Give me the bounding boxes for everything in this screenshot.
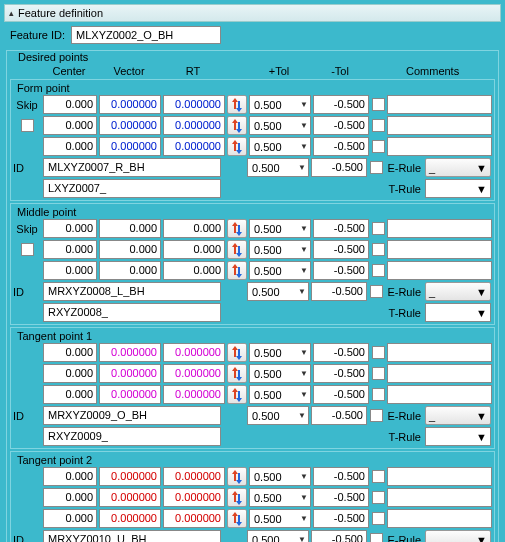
row-checkbox[interactable]	[372, 264, 385, 277]
arrows-icon[interactable]	[227, 261, 247, 280]
minus-tol-input[interactable]: -0.500	[313, 364, 369, 383]
rt-input[interactable]: 0.000000	[163, 116, 225, 135]
vector-input[interactable]: 0.000000	[99, 488, 161, 507]
rt-input[interactable]: 0.000000	[163, 364, 225, 383]
comment-input[interactable]	[387, 343, 492, 362]
row-checkbox[interactable]	[372, 243, 385, 256]
vector-input[interactable]: 0.000000	[99, 364, 161, 383]
vector-input[interactable]: 0.000	[99, 219, 161, 238]
rt-input[interactable]: 0.000	[163, 240, 225, 259]
vector-input[interactable]: 0.000	[99, 261, 161, 280]
minus-tol-input[interactable]: -0.500	[313, 137, 369, 156]
plus-tol-combo[interactable]: 0.500▼	[249, 488, 311, 507]
center-input[interactable]: 0.000	[43, 509, 97, 528]
arrows-icon[interactable]	[227, 116, 247, 135]
id-input[interactable]: MRXYZ0009_O_BH	[43, 406, 221, 425]
vector-input[interactable]: 0.000000	[99, 385, 161, 404]
plus-tol-combo[interactable]: 0.500▼	[249, 95, 311, 114]
plus-tol-combo[interactable]: 0.500▼	[247, 158, 309, 177]
minus-tol-input[interactable]: -0.500	[311, 406, 367, 425]
row-checkbox[interactable]	[372, 222, 385, 235]
arrows-icon[interactable]	[227, 385, 247, 404]
minus-tol-input[interactable]: -0.500	[313, 219, 369, 238]
row-checkbox[interactable]	[370, 533, 383, 542]
id-input[interactable]: MRXYZ0010_U_BH	[43, 530, 221, 542]
comment-input[interactable]	[387, 219, 492, 238]
trule-combo[interactable]: ▼	[425, 179, 491, 198]
minus-tol-input[interactable]: -0.500	[313, 95, 369, 114]
id-input-2[interactable]: RXYZ0009_	[43, 427, 221, 446]
plus-tol-combo[interactable]: 0.500▼	[249, 116, 311, 135]
comment-input[interactable]	[387, 509, 492, 528]
minus-tol-input[interactable]: -0.500	[311, 282, 367, 301]
rt-input[interactable]: 0.000000	[163, 488, 225, 507]
center-input[interactable]: 0.000	[43, 261, 97, 280]
comment-input[interactable]	[387, 467, 492, 486]
rt-input[interactable]: 0.000000	[163, 95, 225, 114]
vector-input[interactable]: 0.000000	[99, 467, 161, 486]
minus-tol-input[interactable]: -0.500	[311, 158, 367, 177]
arrows-icon[interactable]	[227, 137, 247, 156]
minus-tol-input[interactable]: -0.500	[313, 467, 369, 486]
comment-input[interactable]	[387, 261, 492, 280]
id-input[interactable]: MRXYZ0008_L_BH	[43, 282, 221, 301]
feature-id-input[interactable]	[71, 26, 221, 44]
row-checkbox[interactable]	[372, 512, 385, 525]
row-checkbox[interactable]	[372, 346, 385, 359]
plus-tol-combo[interactable]: 0.500▼	[249, 137, 311, 156]
vector-input[interactable]: 0.000000	[99, 95, 161, 114]
row-checkbox[interactable]	[372, 367, 385, 380]
minus-tol-input[interactable]: -0.500	[313, 343, 369, 362]
center-input[interactable]: 0.000	[43, 116, 97, 135]
comment-input[interactable]	[387, 488, 492, 507]
center-input[interactable]: 0.000	[43, 240, 97, 259]
arrows-icon[interactable]	[227, 467, 247, 486]
minus-tol-input[interactable]: -0.500	[313, 116, 369, 135]
skip-checkbox[interactable]	[21, 119, 34, 132]
row-checkbox[interactable]	[372, 470, 385, 483]
row-checkbox[interactable]	[370, 161, 383, 174]
comment-input[interactable]	[387, 364, 492, 383]
plus-tol-combo[interactable]: 0.500▼	[249, 364, 311, 383]
plus-tol-combo[interactable]: 0.500▼	[249, 385, 311, 404]
comment-input[interactable]	[387, 137, 492, 156]
row-checkbox[interactable]	[372, 388, 385, 401]
minus-tol-input[interactable]: -0.500	[313, 488, 369, 507]
rt-input[interactable]: 0.000	[163, 261, 225, 280]
arrows-icon[interactable]	[227, 364, 247, 383]
erule-combo[interactable]: _▼	[425, 530, 491, 542]
rt-input[interactable]: 0.000000	[163, 467, 225, 486]
center-input[interactable]: 0.000	[43, 488, 97, 507]
center-input[interactable]: 0.000	[43, 137, 97, 156]
plus-tol-combo[interactable]: 0.500▼	[247, 530, 309, 542]
center-input[interactable]: 0.000	[43, 219, 97, 238]
plus-tol-combo[interactable]: 0.500▼	[249, 240, 311, 259]
center-input[interactable]: 0.000	[43, 364, 97, 383]
row-checkbox[interactable]	[370, 285, 383, 298]
minus-tol-input[interactable]: -0.500	[313, 240, 369, 259]
id-input-2[interactable]: LXYZ0007_	[43, 179, 221, 198]
erule-combo[interactable]: _▼	[425, 158, 491, 177]
skip-checkbox[interactable]	[21, 243, 34, 256]
comment-input[interactable]	[387, 385, 492, 404]
rt-input[interactable]: 0.000000	[163, 509, 225, 528]
plus-tol-combo[interactable]: 0.500▼	[249, 509, 311, 528]
center-input[interactable]: 0.000	[43, 95, 97, 114]
row-checkbox[interactable]	[372, 140, 385, 153]
comment-input[interactable]	[387, 240, 492, 259]
minus-tol-input[interactable]: -0.500	[313, 509, 369, 528]
minus-tol-input[interactable]: -0.500	[313, 385, 369, 404]
arrows-icon[interactable]	[227, 95, 247, 114]
center-input[interactable]: 0.000	[43, 343, 97, 362]
arrows-icon[interactable]	[227, 240, 247, 259]
vector-input[interactable]: 0.000000	[99, 509, 161, 528]
trule-combo[interactable]: ▼	[425, 427, 491, 446]
minus-tol-input[interactable]: -0.500	[313, 261, 369, 280]
id-input[interactable]: MLXYZ0007_R_BH	[43, 158, 221, 177]
rt-input[interactable]: 0.000000	[163, 137, 225, 156]
plus-tol-combo[interactable]: 0.500▼	[247, 282, 309, 301]
rt-input[interactable]: 0.000000	[163, 343, 225, 362]
plus-tol-combo[interactable]: 0.500▼	[249, 467, 311, 486]
vector-input[interactable]: 0.000	[99, 240, 161, 259]
id-input-2[interactable]: RXYZ0008_	[43, 303, 221, 322]
